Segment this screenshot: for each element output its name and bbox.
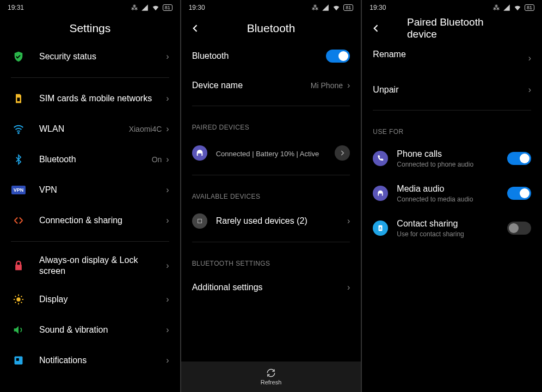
label: Rename [373,49,528,60]
row-notifications[interactable]: Notifications › [0,345,180,376]
row-connection-sharing[interactable]: Connection & sharing › [0,205,180,236]
refresh-label: Refresh [261,379,282,385]
row-bluetooth-toggle[interactable]: Bluetooth [181,41,361,71]
svg-rect-12 [16,358,19,361]
row-vpn[interactable]: VPN VPN › [0,175,180,205]
row-unpair[interactable]: Unpair › [362,75,542,105]
svg-rect-13 [198,219,201,223]
settings-screen: 19:31 ⁂ 81 Settings Security status › SI… [0,0,180,392]
row-sim-cards[interactable]: SIM cards & mobile networks › [0,83,180,114]
divider [192,175,350,175]
wifi-icon [514,4,521,11]
label: Bluetooth [192,51,327,62]
chevron-right-icon: › [347,216,350,226]
svg-line-9 [15,302,16,303]
bluetooth-toggle[interactable] [326,50,350,63]
chevron-right-icon: › [166,94,169,103]
status-right: ⁂ 81 [312,4,353,11]
divider [373,110,531,111]
chevron-right-icon: › [166,52,169,62]
label: VPN [39,185,166,195]
row-device-name[interactable]: Device name Mi Phone › [181,71,361,100]
row-rename[interactable]: Rename › [362,41,542,75]
chevron-right-icon: › [347,81,350,90]
row-security-status[interactable]: Security status › [0,41,180,72]
wifi-icon [11,121,26,137]
contact-icon [373,220,388,236]
label: Sound & vibration [39,324,166,335]
bluetooth-screen: 19:30 ⁂ 81 Bluetooth Bluetooth Device na… [181,0,361,392]
row-media-audio[interactable]: Media audio Connected to media audio [362,176,542,211]
device-group-icon [192,213,207,229]
contact-sharing-toggle[interactable] [507,222,531,235]
header: Settings [0,15,180,41]
label: Device name [192,80,311,91]
chevron-right-icon: › [166,295,169,304]
header: Bluetooth [181,15,361,41]
label: Notifications [39,355,166,366]
status-right: ⁂ 81 [493,4,534,11]
label: Security status [39,51,166,62]
divider [11,241,169,242]
signal-icon [141,4,149,11]
status-time: 19:31 [8,4,24,11]
svg-rect-0 [17,97,20,101]
media-audio-toggle[interactable] [507,187,531,200]
content[interactable]: Security status › SIM cards & mobile net… [0,41,180,392]
speaker-icon [11,322,26,338]
row-contact-sharing[interactable]: Contact sharing Use for contact sharing [362,211,542,246]
sub: Connected to media audio [397,195,507,203]
row-sound[interactable]: Sound & vibration › [0,315,180,345]
content[interactable]: Bluetooth Device name Mi Phone › PAIRED … [181,41,361,362]
wifi-icon [152,4,159,11]
row-display[interactable]: Display › [0,284,180,315]
chevron-right-icon: › [166,261,169,271]
battery-icon: 81 [525,4,534,11]
phone-calls-toggle[interactable] [507,152,531,165]
row-rarely-used[interactable]: Rarely used devices (2) › [181,206,361,236]
back-button[interactable] [189,22,202,35]
row-wlan[interactable]: WLAN Xiaomi4C › [0,114,180,144]
svg-line-7 [15,296,16,297]
value: On [152,155,162,164]
content[interactable]: Rename › Unpair › USE FOR Phone calls Co… [362,41,542,392]
chevron-right-icon: › [166,325,169,335]
label: Always-on display & Lock screen [39,255,166,277]
divider [192,106,350,106]
chevron-right-icon: › [166,356,169,365]
lock-icon [11,258,26,273]
battery-icon: 81 [343,4,353,11]
signal-icon [503,4,510,11]
status-right: ⁂ 81 [131,4,173,11]
signal-icon [322,4,329,11]
svg-line-8 [21,302,22,303]
bluetooth-status-icon: ⁂ [493,4,500,11]
row-additional-settings[interactable]: Additional settings › [181,273,361,302]
svg-point-1 [18,132,19,133]
chevron-right-icon: › [166,216,169,225]
svg-point-15 [380,227,381,228]
brightness-icon [11,292,26,307]
device-name-value [373,61,528,68]
section-available: AVAILABLE DEVICES [181,181,361,206]
row-paired-device[interactable]: Connected | Battery 10% | Active [181,137,361,169]
device-details-button[interactable] [335,145,350,161]
refresh-button[interactable]: Refresh [181,362,361,392]
headphones-icon [192,145,207,161]
header: Paired Bluetooth device [362,15,542,41]
status-bar: 19:30 ⁂ 81 [362,0,542,15]
wifi-icon [332,4,340,11]
label: SIM cards & mobile networks [39,93,166,104]
sub: Connected to phone audio [397,161,507,168]
chevron-right-icon: › [166,185,169,195]
divider [192,242,350,242]
back-button[interactable] [369,22,383,35]
row-always-on-display[interactable]: Always-on display & Lock screen › [0,247,180,284]
row-bluetooth[interactable]: Bluetooth On › [0,144,180,175]
section-settings: BLUETOOTH SETTINGS [181,248,361,273]
page-title: Bluetooth [247,22,295,35]
svg-point-2 [16,297,20,301]
row-phone-calls[interactable]: Phone calls Connected to phone audio [362,141,542,176]
sub: Use for contact sharing [397,230,507,238]
vpn-icon: VPN [11,182,26,198]
